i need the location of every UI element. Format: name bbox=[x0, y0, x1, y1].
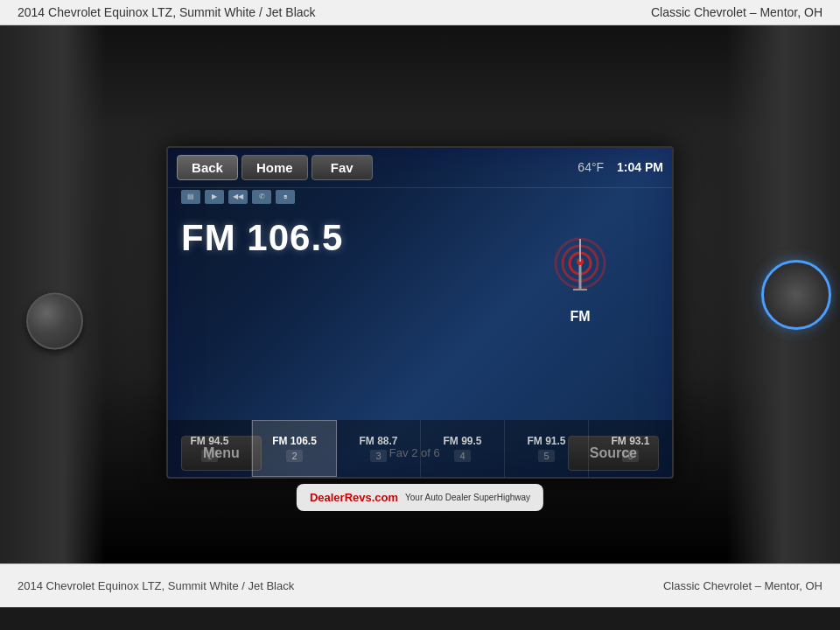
preset-item-5[interactable]: FM 91.55 bbox=[505, 420, 589, 477]
preset-num-1: 1 bbox=[201, 450, 217, 462]
right-knob[interactable] bbox=[761, 260, 831, 330]
preset-num-4: 4 bbox=[454, 450, 470, 462]
left-dash bbox=[0, 25, 105, 564]
preset-freq-5: FM 91.5 bbox=[527, 435, 565, 447]
preset-freq-6: FM 93.1 bbox=[611, 435, 649, 447]
status-icons-row: ▤ ▶ ◀◀ ✆ ʙ bbox=[168, 190, 672, 204]
preset-freq-2: FM 106.5 bbox=[272, 435, 317, 447]
temperature-display: 64°F bbox=[578, 160, 604, 174]
screen-left-panel: FM 106.5 bbox=[181, 217, 501, 423]
main-photo-area: Back Home Fav 64°F 1:04 PM ▤ ▶ ◀◀ ✆ ʙ FM… bbox=[0, 25, 840, 564]
fm-text-label: FM bbox=[570, 309, 590, 325]
phone-icon: ✆ bbox=[252, 190, 271, 204]
preset-item-1[interactable]: FM 94.51 bbox=[168, 420, 252, 477]
radio-tower-svg bbox=[545, 230, 615, 300]
preset-num-2: 2 bbox=[286, 450, 302, 462]
preset-item-2[interactable]: FM 106.52 bbox=[252, 420, 337, 477]
time-display: 1:04 PM bbox=[617, 160, 663, 174]
fav-nav-button[interactable]: Fav bbox=[312, 155, 373, 180]
watermark-tagline: Your Auto Dealer SuperHighway bbox=[405, 493, 530, 502]
footer-right: Classic Chevrolet – Mentor, OH bbox=[663, 579, 822, 592]
time-area: 64°F 1:04 PM bbox=[578, 160, 663, 174]
preset-item-6[interactable]: FM 93.16 bbox=[589, 420, 672, 477]
preset-item-4[interactable]: FM 99.54 bbox=[421, 420, 505, 477]
preset-freq-3: FM 88.7 bbox=[359, 435, 397, 447]
skip-icon: ◀◀ bbox=[228, 190, 248, 204]
infotainment-screen: Back Home Fav 64°F 1:04 PM ▤ ▶ ◀◀ ✆ ʙ FM… bbox=[166, 146, 674, 479]
preset-num-6: 6 bbox=[622, 450, 638, 462]
page-footer: 2014 Chevrolet Equinox LTZ, Summit White… bbox=[0, 564, 840, 607]
bluetooth-icon: ʙ bbox=[276, 190, 295, 204]
preset-bar: FM 94.51FM 106.52FM 88.73FM 99.54FM 91.5… bbox=[168, 420, 672, 477]
screen-content-area: FM 106.5 bbox=[168, 204, 672, 431]
station-display: FM 106.5 bbox=[181, 217, 501, 259]
fm-radio-icon bbox=[541, 226, 620, 304]
watermark-logo: DealerRevs.com bbox=[310, 491, 398, 504]
back-button[interactable]: Back bbox=[177, 155, 238, 180]
screen-right-panel: FM bbox=[501, 217, 659, 423]
watermark-overlay: DealerRevs.com Your Auto Dealer SuperHig… bbox=[297, 484, 543, 511]
preset-num-5: 5 bbox=[538, 450, 554, 462]
media-icon: ▶ bbox=[205, 190, 224, 204]
screen-nav-bar: Back Home Fav 64°F 1:04 PM bbox=[168, 148, 672, 188]
home-button[interactable]: Home bbox=[242, 155, 308, 180]
right-dash bbox=[726, 25, 840, 564]
preset-num-3: 3 bbox=[370, 450, 386, 462]
page-header: 2014 Chevrolet Equinox LTZ, Summit White… bbox=[0, 0, 840, 25]
signal-icon: ▤ bbox=[181, 190, 200, 204]
left-knob[interactable] bbox=[26, 293, 83, 350]
preset-item-3[interactable]: FM 88.73 bbox=[337, 420, 421, 477]
header-right: Classic Chevrolet – Mentor, OH bbox=[651, 5, 822, 19]
screen-container: Back Home Fav 64°F 1:04 PM ▤ ▶ ◀◀ ✆ ʙ FM… bbox=[166, 146, 674, 479]
preset-freq-1: FM 94.5 bbox=[190, 435, 228, 447]
preset-freq-4: FM 99.5 bbox=[443, 435, 481, 447]
footer-left: 2014 Chevrolet Equinox LTZ, Summit White… bbox=[18, 579, 294, 592]
header-left: 2014 Chevrolet Equinox LTZ, Summit White… bbox=[18, 5, 316, 19]
